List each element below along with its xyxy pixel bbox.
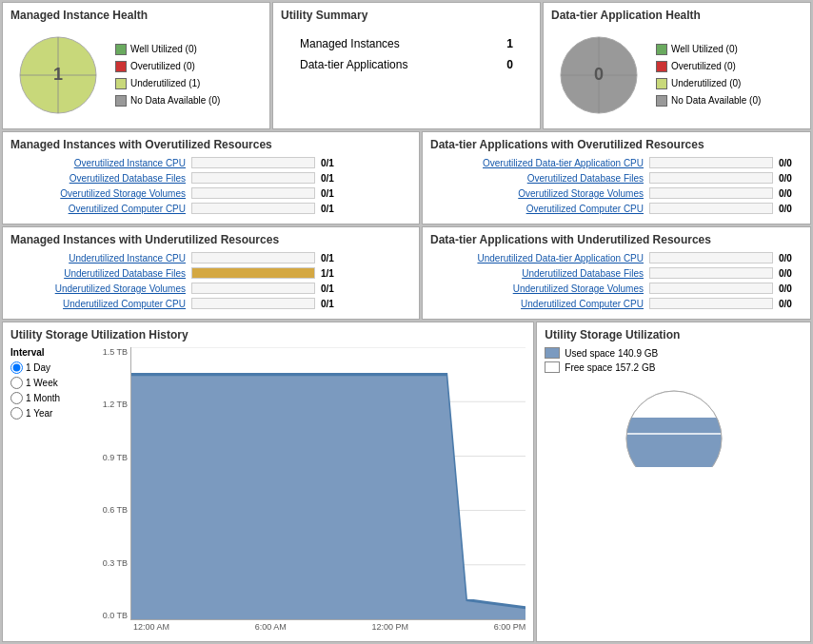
interval-1day-radio[interactable] — [10, 361, 23, 374]
dt-legend-item-well: Well Utilized (0) — [656, 41, 761, 58]
utility-managed-value: 1 — [506, 37, 513, 50]
interval-1year[interactable]: 1 Year — [10, 407, 87, 420]
um-resource-count-storage: 0/1 — [321, 283, 345, 294]
dt-resource-row-compcpu-over: Overutilized Computer CPU 0/0 — [430, 203, 803, 214]
y-axis: 1.5 TB 1.2 TB 0.9 TB 0.6 TB 0.3 TB 0.0 T… — [94, 347, 130, 620]
resource-label-db-files-over[interactable]: Overutilized Database Files — [10, 173, 191, 184]
row-4: Utility Storage Utilization History Inte… — [2, 322, 811, 642]
dt-legend-item-under: Underutilized (0) — [656, 75, 761, 92]
ud-resource-count-compcpu: 0/0 — [779, 299, 803, 309]
resource-bar-instance-cpu — [191, 157, 315, 168]
x-label-1: 6:00 AM — [255, 622, 287, 632]
underutilized-managed-panel: Managed Instances with Underutilized Res… — [2, 226, 420, 320]
utility-managed-row: Managed Instances 1 — [300, 37, 513, 50]
data-tier-health-title: Data-tier Application Health — [551, 9, 803, 22]
interval-1week-radio[interactable] — [10, 377, 23, 389]
ud-resource-count-storage: 0/0 — [779, 283, 803, 294]
storage-history-panel: Utility Storage Utilization History Inte… — [2, 322, 534, 642]
overutilized-datatier-resources: Overutilized Data-tier Application CPU 0… — [430, 157, 803, 214]
interval-1week-label: 1 Week — [26, 378, 58, 388]
svg-marker-14 — [131, 375, 525, 619]
um-resource-row-dbfiles: Underutilized Database Files 1/1 — [10, 267, 411, 279]
um-resource-count-cpu: 0/1 — [321, 253, 345, 263]
dt-resource-count-storage-over: 0/0 — [779, 188, 803, 199]
y-label-4: 0.3 TB — [94, 558, 128, 568]
dt-legend-label-well: Well Utilized (0) — [671, 41, 738, 58]
resource-label-comp-cpu-over[interactable]: Overutilized Computer CPU — [10, 204, 191, 214]
um-resource-label-storage[interactable]: Underutilized Storage Volumes — [10, 283, 191, 294]
managed-instance-health-title: Managed Instance Health — [10, 9, 262, 22]
storage-util-content: Used space 140.9 GB Free space 157.2 GB — [545, 347, 803, 467]
ud-resource-row-storage: Underutilized Storage Volumes 0/0 — [430, 283, 803, 294]
dt-legend-color-over — [656, 61, 667, 72]
resource-label-storage-vol-over[interactable]: Overutilized Storage Volumes — [10, 188, 191, 199]
ud-resource-label-storage[interactable]: Underutilized Storage Volumes — [430, 283, 649, 294]
resource-bar-comp-cpu-over — [191, 203, 315, 214]
ud-resource-label-dbfiles[interactable]: Underutilized Database Files — [430, 268, 649, 279]
dt-resource-label-cpu-over[interactable]: Overutilized Data-tier Application CPU — [430, 158, 649, 168]
x-axis: 12:00 AM 6:00 AM 12:00 PM 6:00 PM — [94, 622, 525, 632]
utility-datatier-label: Data-tier Applications — [300, 58, 407, 71]
um-resource-count-dbfiles: 1/1 — [321, 268, 345, 279]
storage-legend-free: Free space 157.2 GB — [545, 361, 803, 373]
legend-item-nodata: No Data Available (0) — [115, 92, 220, 109]
overutilized-datatier-panel: Data-tier Applications with Overutilized… — [422, 131, 811, 224]
interval-1year-radio[interactable] — [10, 407, 23, 420]
storage-donut-container — [545, 381, 803, 467]
interval-1week[interactable]: 1 Week — [10, 377, 87, 389]
ud-resource-label-cpu[interactable]: Underutilized Data-tier Application CPU — [430, 253, 649, 263]
data-tier-legend: Well Utilized (0) Overutilized (0) Under… — [656, 41, 761, 109]
interval-1month[interactable]: 1 Month — [10, 392, 87, 404]
storage-color-used — [545, 347, 560, 359]
ud-resource-row-cpu: Underutilized Data-tier Application CPU … — [430, 252, 803, 263]
storage-history-content: Interval 1 Day 1 Week 1 Month 1 Year — [10, 347, 525, 632]
dt-legend-color-nodata — [656, 95, 667, 107]
ud-resource-count-cpu: 0/0 — [779, 253, 803, 263]
resource-bar-storage-vol-over — [191, 187, 315, 199]
row-1: Managed Instance Health 1 Well Utilized … — [2, 2, 811, 129]
storage-utilization-panel: Utility Storage Utilization Used space 1… — [536, 322, 811, 642]
interval-1day[interactable]: 1 Day — [10, 361, 87, 374]
chart-area: 1.5 TB 1.2 TB 0.9 TB 0.6 TB 0.3 TB 0.0 T… — [94, 347, 525, 632]
dashboard: Managed Instance Health 1 Well Utilized … — [0, 0, 813, 644]
data-tier-health-panel: Data-tier Application Health 0 Well Util… — [543, 2, 811, 129]
ud-resource-count-dbfiles: 0/0 — [779, 268, 803, 279]
dt-resource-label-storage-over[interactable]: Overutilized Storage Volumes — [430, 188, 649, 199]
overutilized-managed-resources: Overutilized Instance CPU 0/1 Overutiliz… — [10, 157, 411, 214]
dt-legend-label-nodata: No Data Available (0) — [671, 92, 761, 109]
um-resource-label-compcpu[interactable]: Underutilized Computer CPU — [10, 299, 191, 309]
underutilized-datatier-title: Data-tier Applications with Underutilize… — [430, 233, 803, 246]
dt-resource-bar-cpu-over — [649, 157, 773, 168]
storage-legend-used: Used space 140.9 GB — [545, 347, 803, 359]
ud-resource-label-compcpu[interactable]: Underutilized Computer CPU — [430, 299, 649, 309]
y-label-0: 1.5 TB — [94, 347, 128, 357]
legend-item-well: Well Utilized (0) — [115, 41, 220, 58]
interval-1month-radio[interactable] — [10, 392, 23, 404]
resource-label-instance-cpu[interactable]: Overutilized Instance CPU — [10, 158, 191, 168]
storage-label-free: Free space 157.2 GB — [565, 362, 655, 373]
dt-resource-label-compcpu-over[interactable]: Overutilized Computer CPU — [430, 204, 649, 214]
um-resource-label-dbfiles[interactable]: Underutilized Database Files — [10, 268, 191, 279]
dt-resource-count-dbfiles-over: 0/0 — [779, 173, 803, 184]
utility-datatier-row: Data-tier Applications 0 — [300, 58, 513, 71]
dt-resource-label-dbfiles-over[interactable]: Overutilized Database Files — [430, 173, 649, 184]
um-resource-label-cpu[interactable]: Underutilized Instance CPU — [10, 253, 191, 263]
utility-managed-label: Managed Instances — [300, 37, 400, 50]
underutilized-managed-title: Managed Instances with Underutilized Res… — [10, 233, 411, 246]
interval-label: Interval — [10, 347, 87, 358]
interval-1year-label: 1 Year — [26, 408, 52, 419]
legend-label-well: Well Utilized (0) — [130, 41, 197, 58]
row-3: Managed Instances with Underutilized Res… — [2, 226, 811, 320]
overutilized-datatier-title: Data-tier Applications with Overutilized… — [430, 138, 803, 151]
dt-resource-count-compcpu-over: 0/0 — [779, 204, 803, 214]
legend-item-over: Overutilized (0) — [115, 58, 220, 75]
resource-row-db-files-over: Overutilized Database Files 0/1 — [10, 172, 411, 184]
y-label-2: 0.9 TB — [94, 453, 128, 462]
managed-instance-health-panel: Managed Instance Health 1 Well Utilized … — [2, 2, 270, 129]
managed-instance-pie: 1 — [10, 28, 106, 123]
ud-resource-row-dbfiles: Underutilized Database Files 0/0 — [430, 267, 803, 279]
legend-label-over: Overutilized (0) — [130, 58, 195, 75]
um-resource-bar-compcpu — [191, 298, 315, 309]
um-resource-count-compcpu: 0/1 — [321, 299, 345, 309]
chart-svg-container — [130, 347, 525, 620]
